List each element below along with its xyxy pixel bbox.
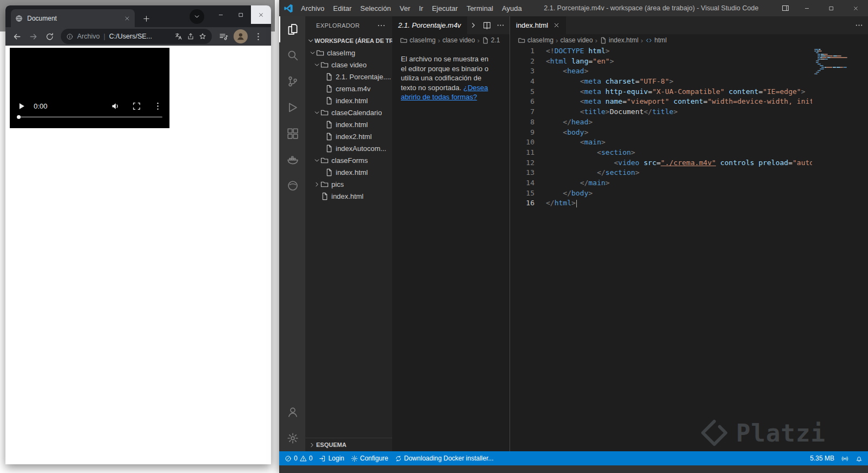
browser-tab-document[interactable]: Document [11,9,135,27]
code-line-8[interactable]: </head> [546,117,812,128]
activitybar-explorer[interactable] [279,16,305,42]
statusbar-configure[interactable]: Configure [351,455,388,462]
menu-ver[interactable]: Ver [395,0,415,16]
code-line-9[interactable]: <body> [546,128,812,138]
breadcrumb-item-clase-video[interactable]: clase video [442,36,475,44]
menu-archivo[interactable]: Archivo [297,0,329,16]
activitybar-settings[interactable] [279,425,305,451]
back-button[interactable] [10,29,24,43]
activitybar-docker[interactable] [279,147,305,173]
activitybar-run-debug[interactable] [279,94,305,121]
close-button[interactable] [844,0,868,16]
statusbar-memory[interactable]: 5.35 MB [810,455,834,462]
file-2-1-porcentaje[interactable]: 2.1. Porcentaje.... [305,71,392,83]
statusbar-login[interactable]: Login [319,455,344,462]
activitybar-source-control[interactable] [279,68,305,94]
more-actions-icon[interactable] [377,21,386,30]
breadcrumb-item-index-html[interactable]: index.html [609,36,639,44]
media-controls-icon[interactable] [216,29,230,43]
breadcrumb-item-claseimg[interactable]: claseImg [410,36,436,44]
folder-clasecalendario[interactable]: claseCalendario [305,106,392,118]
code-editor[interactable]: 12345678910111213141516 <!DOCTYPE html><… [510,46,868,451]
video-playhead[interactable] [17,115,21,119]
maximize-button[interactable] [231,5,251,24]
bookmark-star-icon[interactable] [199,33,206,40]
activitybar-remote-explorer[interactable] [279,173,305,199]
menu-terminal[interactable]: Terminal [462,0,498,16]
code-line-7[interactable]: <title>Document</title> [546,107,812,117]
code-line-5[interactable]: <meta http-equiv="X-UA-Compatible" conte… [546,87,812,97]
tab-close-icon[interactable] [124,15,130,22]
statusbar-notifications[interactable] [856,455,863,462]
refresh-button[interactable] [42,29,56,43]
play-button-icon[interactable] [17,102,26,111]
minimize-button[interactable] [211,5,231,24]
translate-icon[interactable] [175,33,183,40]
statusbar-broadcast[interactable] [841,455,848,462]
file-index2-html[interactable]: index2.html [305,130,392,142]
folder-clase-video[interactable]: clase video [305,59,392,71]
menu-ir[interactable]: Ir [414,0,427,16]
file-crema-m4v[interactable]: crema.m4v [305,83,392,94]
code-line-10[interactable]: <main> [546,137,812,148]
code-lines[interactable]: <!DOCTYPE html><html lang="en"> <head> <… [546,46,812,451]
minimize-button[interactable] [795,0,819,16]
code-line-1[interactable]: <!DOCTYPE html> [546,46,812,56]
statusbar-docker-download[interactable]: Downloading Docker installer... [395,455,494,462]
split-editor-icon[interactable] [483,21,491,29]
maximize-button[interactable] [819,0,844,16]
info-icon[interactable] [66,33,73,40]
address-bar[interactable]: Archivo | C:/Users/SE... [61,29,212,44]
profile-avatar[interactable] [234,29,248,43]
file-index-html[interactable]: index.html [305,166,392,178]
more-actions-icon[interactable] [496,21,505,29]
breadcrumb-item-2-1[interactable]: 2.1 [491,36,500,44]
chevron-right-icon[interactable] [469,21,477,29]
file-indexautocom[interactable]: indexAutocom... [305,142,392,154]
breadcrumb-item-html[interactable]: html [655,36,667,44]
code-line-3[interactable]: <head> [546,66,812,77]
activitybar-account[interactable] [279,399,305,425]
tab-porcentaje-m4v[interactable]: 2.1. Porcentaje.m4v [392,16,467,34]
folder-claseforms[interactable]: claseForms [305,154,392,166]
menu-selecci-n[interactable]: Selección [356,0,395,16]
code-line-16[interactable]: </html> [546,198,812,209]
file-index-html[interactable]: index.html [305,118,392,130]
menu-ayuda[interactable]: Ayuda [498,0,526,16]
code-line-14[interactable]: </main> [546,178,812,188]
code-line-12[interactable]: <video src="./crema.m4v" controls preloa… [546,158,812,168]
video-timeline[interactable] [17,116,162,118]
minimap[interactable] [812,46,868,451]
new-tab-button[interactable] [142,15,150,23]
menu-ejecutar[interactable]: Ejecutar [427,0,462,16]
code-line-13[interactable]: </section> [546,168,812,178]
more-actions-icon[interactable] [855,21,863,29]
code-line-6[interactable]: <meta name="viewport" content="width=dev… [546,97,812,107]
fullscreen-icon[interactable] [132,102,141,111]
video-more-icon[interactable] [153,102,162,111]
statusbar-problems[interactable]: 0 0 [285,455,312,462]
breadcrumb-item-claseimg[interactable]: claseImg [527,36,553,44]
tab-close-icon[interactable] [553,22,560,29]
video-player[interactable]: 0:00 [10,48,169,128]
code-line-2[interactable]: <html lang="en"> [546,56,812,67]
code-line-11[interactable]: <section> [546,148,812,158]
code-line-4[interactable]: <meta charset="UTF-8"> [546,77,812,87]
breadcrumb-item-clase-video[interactable]: clase video [560,36,593,44]
folder-claseimg[interactable]: claseImg [305,47,392,59]
browser-menu-button[interactable] [251,29,265,43]
code-line-15[interactable]: </body> [546,188,812,199]
file-index-html[interactable]: index.html [305,190,392,202]
tab-search-button[interactable] [190,9,204,24]
activitybar-extensions[interactable] [279,121,305,147]
activitybar-search[interactable] [279,42,305,68]
file-index-html[interactable]: index.html [305,94,392,106]
forward-button[interactable] [26,29,40,43]
layout-toggle-button[interactable] [776,0,795,16]
close-button[interactable] [251,5,271,24]
workspace-root[interactable]: WORKSPACE (ÁREA DE TR... [305,35,392,47]
menu-editar[interactable]: Editar [329,0,356,16]
tab-index-html[interactable]: index.html [510,16,566,34]
outline-section[interactable]: ESQUEMA [305,438,392,451]
share-icon[interactable] [187,33,194,40]
